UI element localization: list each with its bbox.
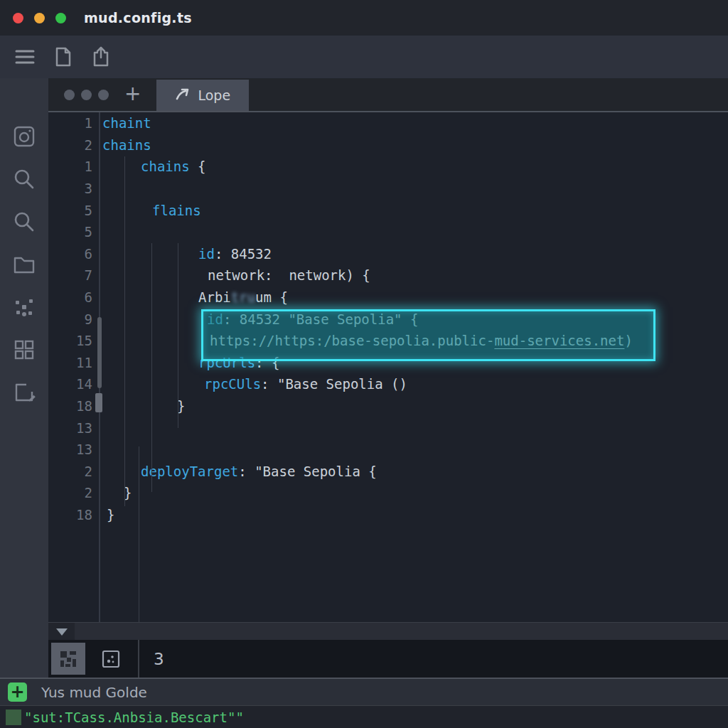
highlight-box [201, 309, 655, 361]
line-number: 3 [48, 181, 92, 196]
line-number: 6 [48, 289, 92, 305]
code-text: rpcCUls: "Base Sepolia () [100, 376, 407, 392]
title-bar: mud.config.ts [0, 0, 728, 36]
line-number: 2 [48, 464, 92, 479]
problem-count: 3 [154, 650, 164, 668]
code-text: } [100, 485, 132, 500]
arrow-up-right-icon [175, 87, 191, 104]
status-text: "sut:TCass.Anbsia.Bescart"" [24, 710, 244, 725]
tab-dot[interactable] [64, 90, 75, 100]
status-chip-icon [6, 710, 21, 725]
code-text: } [100, 507, 114, 523]
line-number: 7 [48, 267, 92, 283]
code-line[interactable]: 18} [48, 395, 728, 417]
code-line[interactable]: 1chaint [48, 112, 728, 134]
line-number: 15 [48, 333, 92, 348]
new-tab-button[interactable]: + [124, 84, 141, 106]
code-line[interactable]: 3 [48, 178, 728, 200]
window-controls [13, 13, 66, 23]
app-window: mud.config.ts [0, 0, 728, 728]
line-number: 11 [48, 355, 92, 370]
panel-bar: 3 [48, 640, 728, 678]
minimize-window-button[interactable] [34, 13, 45, 23]
new-file-icon[interactable] [54, 47, 73, 67]
search-icon[interactable] [9, 164, 40, 195]
camera-icon[interactable] [9, 121, 40, 152]
task-label: Yus mud Golde [41, 684, 147, 701]
indent-guide [139, 446, 139, 622]
code-line[interactable]: 13 [48, 417, 728, 439]
horizontal-scrollbar[interactable] [48, 622, 728, 641]
scroll-down-button[interactable] [48, 623, 75, 641]
editor-pane: + Lope 1chaint2chains1chains {35flains56… [48, 78, 728, 678]
code-text: chains { [100, 159, 206, 174]
status-line: "sut:TCass.Anbsia.Bescart"" [0, 705, 728, 728]
line-number: 1 [48, 159, 92, 174]
code-line[interactable]: 6Arbitruum { [48, 287, 728, 309]
line-number: 5 [48, 224, 92, 240]
code-line[interactable]: 5 [48, 221, 728, 243]
window-title: mud.config.ts [84, 10, 192, 26]
maximize-window-button[interactable] [55, 13, 66, 23]
code-text: flains [100, 203, 201, 218]
tab-label: Lope [198, 87, 230, 103]
line-number: 2 [48, 485, 92, 500]
indent-guide [151, 243, 152, 492]
text-cursor [95, 393, 102, 412]
tab-dot[interactable] [98, 90, 109, 100]
code-text: Arbitruum { [100, 289, 288, 305]
tab-bar: + Lope [48, 78, 728, 112]
scroll-change-marker[interactable] [97, 317, 102, 388]
dots-square-icon[interactable] [94, 643, 128, 675]
tab-dot[interactable] [81, 90, 92, 100]
activity-sidebar [0, 78, 48, 678]
add-badge-icon[interactable]: + [8, 682, 27, 702]
triangle-down-icon [56, 628, 68, 636]
line-number: 13 [48, 420, 92, 436]
line-number: 18 [48, 507, 92, 523]
code-text: deployTarget: "Base Sepolia { [100, 464, 377, 479]
code-text: network: network) { [100, 267, 370, 283]
code-text: chaint [100, 115, 151, 131]
code-line[interactable]: 7network: network) { [48, 264, 728, 287]
line-number: 14 [48, 376, 92, 392]
line-number: 18 [48, 398, 92, 414]
qr-grid-icon[interactable] [51, 643, 85, 675]
code-line[interactable]: 1chains { [48, 156, 728, 178]
code-text: id: 84532 [100, 246, 272, 262]
code-line[interactable]: 2chains [48, 134, 728, 156]
search-icon[interactable] [9, 206, 40, 237]
menu-icon[interactable] [14, 48, 36, 66]
code-area[interactable]: 1chaint2chains1chains {35flains56id: 845… [48, 112, 728, 622]
tab-lope[interactable]: Lope [156, 80, 249, 111]
line-number: 2 [48, 137, 92, 153]
indent-guide [124, 156, 125, 506]
code-line[interactable]: 14rpcCUls: "Base Sepolia () [48, 373, 728, 395]
code-line[interactable]: 2} [48, 482, 728, 504]
line-number: 9 [48, 311, 92, 327]
toolbar [0, 36, 728, 78]
task-bar: + Yus mud Golde [0, 678, 728, 705]
code-line[interactable]: 5flains [48, 199, 728, 221]
panel-divider [138, 640, 139, 678]
line-number: 5 [48, 203, 92, 218]
code-line[interactable]: 13 [48, 439, 728, 461]
code-line[interactable]: 6id: 84532 [48, 243, 728, 265]
share-icon[interactable] [91, 46, 111, 68]
line-number: 6 [48, 246, 92, 262]
grid-icon[interactable] [9, 334, 40, 365]
indent-guide [178, 243, 178, 428]
close-window-button[interactable] [13, 13, 23, 23]
code-text: } [100, 398, 185, 414]
line-number: 13 [48, 441, 92, 457]
folder-icon[interactable] [9, 249, 40, 280]
scatter-icon[interactable] [9, 291, 40, 323]
edit-square-icon[interactable] [9, 377, 40, 408]
code-text: chains [100, 137, 151, 153]
line-number: 1 [48, 115, 92, 131]
code-line[interactable]: 2deployTarget: "Base Sepolia { [48, 461, 728, 483]
code-line[interactable]: 18} [48, 504, 728, 526]
